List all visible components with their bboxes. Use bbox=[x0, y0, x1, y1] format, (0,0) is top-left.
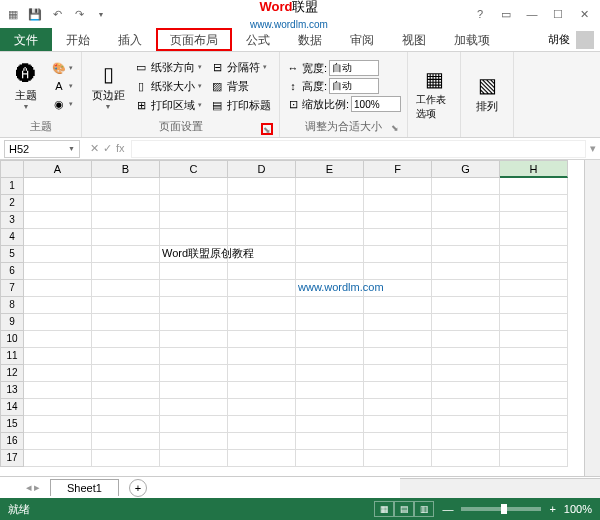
cell[interactable] bbox=[24, 416, 92, 433]
cell[interactable] bbox=[24, 297, 92, 314]
row-header[interactable]: 1 bbox=[0, 178, 24, 195]
cell[interactable] bbox=[160, 399, 228, 416]
cell[interactable] bbox=[160, 229, 228, 246]
cell[interactable] bbox=[228, 416, 296, 433]
cell[interactable] bbox=[24, 212, 92, 229]
sheet-prev-icon[interactable]: ◂ bbox=[26, 481, 32, 494]
cell[interactable] bbox=[160, 178, 228, 195]
cell[interactable] bbox=[364, 450, 432, 467]
cell[interactable] bbox=[500, 195, 568, 212]
cell[interactable] bbox=[432, 280, 500, 297]
cell[interactable] bbox=[160, 331, 228, 348]
cell[interactable] bbox=[500, 399, 568, 416]
cell[interactable] bbox=[228, 229, 296, 246]
cell[interactable] bbox=[92, 314, 160, 331]
cell[interactable] bbox=[500, 450, 568, 467]
cell[interactable] bbox=[228, 433, 296, 450]
column-header[interactable]: E bbox=[296, 160, 364, 178]
cell[interactable] bbox=[296, 263, 364, 280]
save-icon[interactable]: 💾 bbox=[26, 5, 44, 23]
maximize-icon[interactable]: ☐ bbox=[546, 4, 570, 24]
cell[interactable] bbox=[296, 297, 364, 314]
cell[interactable] bbox=[296, 450, 364, 467]
cell[interactable] bbox=[24, 263, 92, 280]
cell[interactable] bbox=[432, 433, 500, 450]
scale-input[interactable] bbox=[351, 96, 401, 112]
horizontal-scrollbar[interactable] bbox=[400, 478, 600, 498]
tab-addins[interactable]: 加载项 bbox=[440, 28, 504, 51]
cell[interactable] bbox=[432, 212, 500, 229]
cell[interactable] bbox=[24, 433, 92, 450]
cell[interactable] bbox=[296, 314, 364, 331]
row-header[interactable]: 3 bbox=[0, 212, 24, 229]
cell[interactable] bbox=[160, 450, 228, 467]
qat-dropdown-icon[interactable]: ▼ bbox=[92, 5, 110, 23]
cell[interactable] bbox=[500, 416, 568, 433]
cell[interactable] bbox=[432, 263, 500, 280]
cell[interactable] bbox=[160, 416, 228, 433]
cell[interactable] bbox=[364, 365, 432, 382]
themes-button[interactable]: 🅐 主题 ▼ bbox=[6, 54, 46, 118]
cell[interactable] bbox=[228, 297, 296, 314]
cell[interactable] bbox=[296, 399, 364, 416]
orientation-button[interactable]: ▭纸张方向▾ bbox=[132, 59, 204, 76]
tab-insert[interactable]: 插入 bbox=[104, 28, 156, 51]
cell[interactable] bbox=[364, 433, 432, 450]
cell[interactable] bbox=[500, 246, 568, 263]
cell[interactable] bbox=[228, 314, 296, 331]
row-header[interactable]: 14 bbox=[0, 399, 24, 416]
cell[interactable] bbox=[24, 365, 92, 382]
cell[interactable] bbox=[364, 331, 432, 348]
row-header[interactable]: 9 bbox=[0, 314, 24, 331]
cell[interactable] bbox=[24, 331, 92, 348]
formula-input[interactable] bbox=[131, 140, 586, 158]
cell[interactable] bbox=[500, 314, 568, 331]
cell[interactable] bbox=[500, 212, 568, 229]
cell[interactable] bbox=[500, 348, 568, 365]
cell[interactable] bbox=[92, 450, 160, 467]
cell[interactable] bbox=[160, 433, 228, 450]
page-layout-view-icon[interactable]: ▤ bbox=[394, 501, 414, 517]
cell[interactable] bbox=[160, 382, 228, 399]
redo-icon[interactable]: ↷ bbox=[70, 5, 88, 23]
cell[interactable] bbox=[364, 246, 432, 263]
excel-icon[interactable]: ▦ bbox=[4, 5, 22, 23]
cell[interactable] bbox=[92, 382, 160, 399]
cell[interactable] bbox=[364, 399, 432, 416]
cell[interactable] bbox=[160, 297, 228, 314]
vertical-scrollbar[interactable] bbox=[584, 160, 600, 476]
cell[interactable] bbox=[228, 450, 296, 467]
cell[interactable] bbox=[92, 399, 160, 416]
cell[interactable] bbox=[228, 195, 296, 212]
cell[interactable] bbox=[160, 365, 228, 382]
cell[interactable] bbox=[432, 246, 500, 263]
cell[interactable] bbox=[364, 178, 432, 195]
cell[interactable] bbox=[92, 297, 160, 314]
cell[interactable] bbox=[228, 331, 296, 348]
row-header[interactable]: 12 bbox=[0, 365, 24, 382]
cell[interactable] bbox=[160, 212, 228, 229]
cell[interactable] bbox=[92, 331, 160, 348]
background-button[interactable]: ▨背景 bbox=[208, 78, 273, 95]
cell[interactable]: www.wordlm.com bbox=[296, 280, 364, 297]
cell[interactable] bbox=[296, 365, 364, 382]
cell[interactable] bbox=[24, 229, 92, 246]
width-input[interactable] bbox=[329, 60, 379, 76]
cell[interactable] bbox=[228, 280, 296, 297]
column-header[interactable]: G bbox=[432, 160, 500, 178]
cell[interactable] bbox=[24, 450, 92, 467]
cell[interactable] bbox=[228, 348, 296, 365]
arrange-button[interactable]: ▧ 排列 bbox=[467, 54, 507, 133]
cell[interactable] bbox=[432, 348, 500, 365]
cell[interactable] bbox=[364, 280, 432, 297]
help-icon[interactable]: ? bbox=[468, 4, 492, 24]
tab-review[interactable]: 审阅 bbox=[336, 28, 388, 51]
cell[interactable] bbox=[432, 178, 500, 195]
tab-page-layout[interactable]: 页面布局 bbox=[156, 28, 232, 51]
cell[interactable] bbox=[500, 178, 568, 195]
cell[interactable] bbox=[296, 348, 364, 365]
cell[interactable] bbox=[296, 246, 364, 263]
page-break-view-icon[interactable]: ▥ bbox=[414, 501, 434, 517]
sheet-tab[interactable]: Sheet1 bbox=[50, 479, 119, 496]
cancel-icon[interactable]: ✕ bbox=[90, 142, 99, 155]
